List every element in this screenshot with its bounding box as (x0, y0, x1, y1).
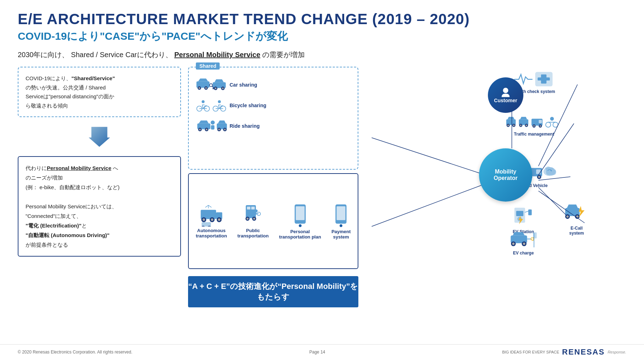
svg-point-103 (520, 125, 521, 126)
svg-line-89 (372, 184, 485, 226)
svg-marker-8 (214, 79, 224, 82)
page-number: Page 14 (309, 350, 325, 355)
svg-point-113 (553, 122, 558, 127)
payment-icon (332, 203, 350, 228)
svg-marker-44 (218, 121, 226, 124)
shared-item-car: Car sharing (196, 76, 351, 93)
autonomous-transport-icon (199, 204, 224, 227)
ride-sharing-label: Ride sharing (230, 123, 260, 129)
svg-point-4 (198, 87, 200, 89)
node-traffic: Traffic management (506, 113, 562, 137)
svg-point-10 (215, 88, 216, 89)
svg-point-12 (222, 88, 224, 89)
svg-point-6 (205, 87, 207, 89)
customer-label: Customer (494, 98, 517, 103)
ev-station-icon (509, 205, 538, 228)
svg-line-58 (205, 205, 208, 207)
svg-point-97 (507, 125, 509, 126)
svg-point-54 (211, 219, 213, 221)
ecall-label: E-Callsystem (562, 226, 591, 236)
svg-rect-80 (337, 206, 346, 220)
svg-rect-124 (536, 170, 541, 174)
slide: E/E ARCHITECTURE MARKET TREND CHANGE (20… (0, 0, 644, 362)
pm-items: Autonomoustransportation (194, 178, 352, 264)
svg-point-115 (550, 117, 554, 121)
svg-rect-42 (211, 125, 215, 130)
shared-box: Shared (188, 67, 358, 170)
ev-charge-icon (509, 230, 538, 249)
svg-rect-77 (296, 206, 304, 220)
ride-sharing-icon-box (196, 117, 224, 135)
svg-marker-101 (520, 117, 527, 119)
svg-rect-65 (251, 207, 255, 209)
svg-rect-147 (533, 232, 536, 238)
copyright: © 2020 Renesas Electronics Corporation. … (18, 350, 132, 355)
svg-marker-154 (579, 206, 584, 218)
svg-marker-149 (567, 204, 578, 208)
svg-point-56 (218, 219, 220, 221)
svg-point-151 (566, 215, 569, 218)
customer-circle: Customer (488, 77, 523, 113)
diagram-container: Customer MobilityOperator (365, 67, 626, 308)
svg-marker-36 (199, 121, 209, 124)
mobility-label: MobilityOperator (494, 169, 518, 181)
svg-point-90 (503, 88, 508, 93)
public-transport-label: Publictransportation (237, 228, 269, 238)
svg-marker-138 (513, 232, 525, 235)
svg-marker-2 (198, 78, 208, 81)
svg-point-78 (299, 224, 302, 227)
shared-item-bicycle: Bicycle sharing (196, 97, 351, 114)
bicycle-sharing-icon (196, 97, 228, 113)
ev-charge-label: EV charge (509, 251, 538, 256)
svg-point-72 (255, 209, 258, 212)
bicycle-sharing-label: Bicycle sharing (230, 103, 266, 108)
autonomous-label: Autonomoustransportation (196, 228, 227, 238)
shared-item-ride: Ride sharing (196, 117, 351, 135)
svg-point-34 (218, 100, 221, 103)
svg-rect-107 (539, 120, 542, 123)
svg-point-99 (513, 125, 514, 126)
title-main: E/E ARCHITECTURE MARKET TREND CHANGE (20… (18, 11, 626, 28)
node-ecall: E-Callsystem (562, 202, 591, 236)
svg-point-41 (211, 121, 215, 125)
shared-label: Shared (196, 62, 220, 70)
car-sharing-label: Car sharing (230, 82, 257, 88)
svg-rect-93 (538, 77, 550, 81)
svg-point-69 (253, 218, 255, 220)
personal-box: 代わりにPersonal Mobility Service へ のニーズが増加 … (18, 156, 181, 257)
svg-point-153 (576, 215, 579, 218)
arrow-down (18, 124, 181, 149)
public-transport-icon (242, 204, 264, 227)
ecall-icon (562, 202, 591, 225)
svg-point-46 (218, 129, 220, 131)
svg-point-48 (224, 129, 226, 131)
renesas-logo: BIG IDEAS FOR EVERY SPACE RENESAS Respon… (502, 347, 626, 357)
svg-point-40 (206, 129, 208, 131)
plan-label: Personaltransportation plan (279, 229, 321, 240)
node-ev-charge: EV charge (509, 230, 538, 256)
svg-point-81 (340, 224, 342, 227)
bottom-banner: “A + C + E”の技術進化が“Personal Mobility”をもたら… (188, 276, 358, 307)
car-sharing-icon (196, 76, 228, 92)
personal-mobility-box: Autonomoustransportation (188, 173, 358, 269)
svg-point-109 (533, 125, 535, 127)
title-sub: COVID-19により"CASE"から"PACE"へトレンドが変化 (18, 29, 626, 44)
svg-line-88 (372, 138, 485, 175)
footer: © 2020 Renesas Electronics Corporation. … (0, 344, 644, 357)
down-arrow-icon (89, 125, 110, 148)
shared-items: Car sharing (196, 73, 351, 135)
svg-point-25 (202, 100, 204, 103)
payment-label: Paymentsystem (331, 229, 351, 240)
svg-line-30 (219, 105, 219, 109)
svg-rect-64 (247, 207, 251, 209)
svg-point-111 (540, 125, 541, 127)
pm-item-autonomous: Autonomoustransportation (196, 204, 227, 238)
middle-column: Shared (188, 67, 358, 322)
svg-point-142 (523, 243, 525, 245)
svg-marker-0 (89, 127, 110, 147)
svg-point-112 (546, 122, 551, 127)
phone-plan-icon (291, 203, 309, 228)
svg-point-128 (538, 176, 540, 178)
mobility-operator-circle: MobilityOperator (479, 148, 532, 202)
bicycle-sharing-icon-box (196, 97, 224, 114)
